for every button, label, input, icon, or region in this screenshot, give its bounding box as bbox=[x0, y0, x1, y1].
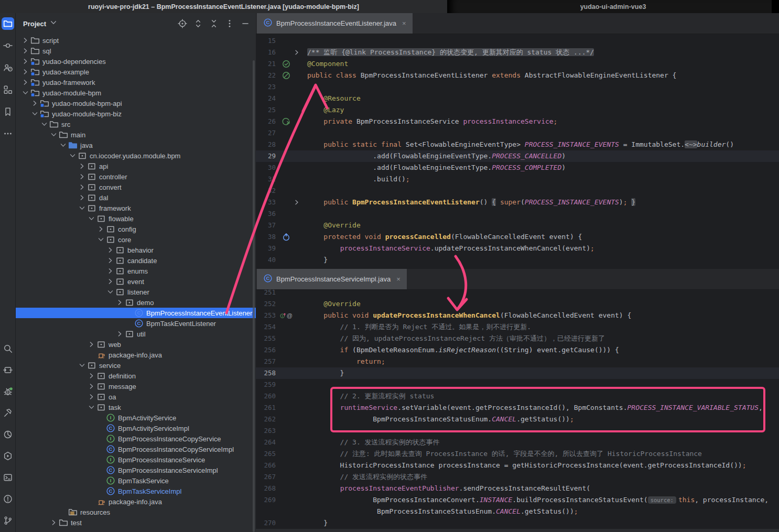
chevron-right-icon[interactable] bbox=[87, 392, 96, 401]
tree-item-bpmprocessinstancecopyserviceimpl[interactable]: CBpmProcessInstanceCopyServiceImpl bbox=[16, 444, 256, 454]
code-line-268[interactable]: 268 processInstanceEventPublisher.sendPr… bbox=[256, 483, 779, 494]
code-area[interactable]: 1516/** 监听 {@link ProcessInstance} 的状态变更… bbox=[256, 35, 779, 266]
code-line-40[interactable]: 40 } bbox=[256, 254, 779, 266]
chevron-right-icon[interactable] bbox=[78, 193, 86, 202]
profiler-icon[interactable] bbox=[2, 428, 14, 441]
code-line-39[interactable]: 39 processInstanceService.updateProcessI… bbox=[256, 243, 779, 254]
tree-item-test[interactable]: test bbox=[16, 517, 256, 528]
code-line-261[interactable]: 261 runtimeService.setVariable(event.get… bbox=[256, 402, 779, 414]
chevron-down-icon[interactable] bbox=[40, 120, 49, 129]
tree-item-bpmprocessinstanceserviceimpl[interactable]: CBpmProcessInstanceServiceImpl bbox=[16, 465, 256, 475]
fold-chevron-icon[interactable] bbox=[293, 47, 301, 58]
gutter-impl-icon[interactable]: I@ bbox=[280, 310, 293, 321]
gutter-beanref-icon[interactable] bbox=[280, 116, 293, 127]
collapse-all-icon[interactable] bbox=[209, 18, 219, 29]
chevron-down-icon[interactable] bbox=[96, 235, 105, 244]
code-line-255[interactable]: 255 // 因为, updateProcessInstanceReject 方… bbox=[256, 333, 779, 344]
tree-item-resources[interactable]: resources bbox=[16, 507, 256, 517]
chevron-right-icon[interactable] bbox=[106, 256, 115, 265]
tree-item-script[interactable]: script bbox=[16, 35, 256, 46]
chevron-right-icon[interactable] bbox=[21, 36, 30, 45]
debug-icon[interactable] bbox=[2, 385, 14, 398]
code-line-254[interactable]: 254 // 1. 判断是否为 Reject 不通过。如果是，则不进行更新. bbox=[256, 321, 779, 333]
code-line-15[interactable]: 15 bbox=[256, 35, 779, 47]
chevron-right-icon[interactable] bbox=[21, 46, 30, 56]
terminal-icon[interactable] bbox=[2, 471, 14, 484]
pull-requests-icon[interactable]: ? bbox=[2, 61, 14, 74]
tree-item-demo[interactable]: demo bbox=[16, 297, 256, 308]
tree-item-definition[interactable]: definition bbox=[16, 371, 256, 381]
tree-item-bpmtaskservice[interactable]: IBpmTaskService bbox=[16, 475, 256, 486]
code-line-269[interactable]: 269 BpmProcessInstanceConvert.INSTANCE.b… bbox=[256, 494, 779, 506]
tree-scrollbar[interactable] bbox=[253, 60, 255, 532]
tree-item-convert[interactable]: convert bbox=[16, 182, 256, 192]
chevron-right-icon[interactable] bbox=[78, 161, 86, 171]
chevron-right-icon[interactable] bbox=[21, 78, 30, 87]
tree-item-yudao-framework[interactable]: yudao-framework bbox=[16, 77, 256, 88]
code-line-33[interactable]: 33 public BpmProcessInstanceEventListene… bbox=[256, 197, 779, 208]
tree-item-enums[interactable]: enums bbox=[16, 266, 256, 276]
tree-item-package-info-java[interactable]: package-info.java bbox=[16, 350, 256, 360]
tree-item-bpmprocessinstanceeventlistener[interactable]: CBpmProcessInstanceEventListener bbox=[16, 308, 256, 318]
code-line-23[interactable]: 23 bbox=[256, 81, 779, 93]
editor-bottom[interactable]: CBpmProcessInstanceServiceImpl.java×2512… bbox=[256, 269, 779, 532]
version-control-icon[interactable] bbox=[2, 514, 14, 527]
tree-item-oa[interactable]: oa bbox=[16, 392, 256, 402]
tree-item-config[interactable]: config bbox=[16, 224, 256, 234]
search-icon[interactable] bbox=[2, 342, 14, 355]
tree-item-behavior[interactable]: behavior bbox=[16, 245, 256, 255]
code-line-259[interactable]: 259 bbox=[256, 379, 779, 390]
options-icon[interactable] bbox=[224, 18, 235, 29]
expand-all-icon[interactable] bbox=[193, 18, 203, 29]
chevron-right-icon[interactable] bbox=[30, 99, 39, 108]
code-line-30[interactable]: 30 .add(FlowableEngineEventType.PROCESS_… bbox=[256, 162, 779, 173]
code-line-36[interactable]: 36 bbox=[256, 208, 779, 220]
tree-item-bpmprocessinstancecopyservice[interactable]: IBpmProcessInstanceCopyService bbox=[16, 433, 256, 444]
chevron-down-icon[interactable] bbox=[78, 203, 86, 213]
code-line-270[interactable]: 270 } bbox=[256, 517, 779, 529]
tree-item-candidate[interactable]: candidate bbox=[16, 255, 256, 266]
code-line-29[interactable]: 29 .add(FlowableEngineEventType.PROCESS_… bbox=[256, 150, 779, 162]
chevron-right-icon[interactable] bbox=[87, 371, 96, 381]
gutter-bean-icon[interactable] bbox=[280, 70, 293, 81]
code-line-267[interactable]: 267 // 发送流程实例的状态事件 bbox=[256, 471, 779, 483]
chevron-down-icon[interactable] bbox=[59, 140, 68, 150]
chevron-right-icon[interactable] bbox=[115, 329, 124, 339]
code-line-252[interactable]: 252 @Override bbox=[256, 298, 779, 310]
tree-item-util[interactable]: util bbox=[16, 329, 256, 339]
chevron-right-icon[interactable] bbox=[96, 224, 105, 234]
chevron-right-icon[interactable] bbox=[87, 382, 96, 391]
chevron-right-icon[interactable] bbox=[78, 172, 86, 181]
chevron-right-icon[interactable] bbox=[106, 277, 115, 286]
chevron-right-icon[interactable] bbox=[78, 182, 86, 192]
code-line-24[interactable]: 24 @Resource bbox=[256, 93, 779, 104]
chevron-right-icon[interactable] bbox=[106, 245, 115, 255]
window-title-bar[interactable]: ruoyi-vue-pro-jdk21 – BpmProcessInstance… bbox=[0, 0, 447, 13]
tree-item-bpmprocessinstanceservice[interactable]: IBpmProcessInstanceService bbox=[16, 454, 256, 465]
code-line-264[interactable]: 264 // 3. 发送流程实例的状态事件 bbox=[256, 437, 779, 448]
chevron-right-icon[interactable] bbox=[21, 57, 30, 66]
code-line-25[interactable]: 25 @Lazy bbox=[256, 104, 779, 116]
code-line-257[interactable]: 257 return; bbox=[256, 356, 779, 367]
tree-item-dal[interactable]: dal bbox=[16, 192, 256, 203]
run-icon[interactable] bbox=[2, 364, 14, 376]
tree-item-cn-iocoder-yudao-module-bpm[interactable]: cn.iocoder.yudao.module.bpm bbox=[16, 150, 256, 161]
tree-item-bpmtaskserviceimpl[interactable]: CBpmTaskServiceImpl bbox=[16, 486, 256, 496]
chevron-right-icon[interactable] bbox=[87, 340, 96, 349]
tree-item-bpmactivityserviceimpl[interactable]: CBpmActivityServiceImpl bbox=[16, 423, 256, 433]
build-icon[interactable] bbox=[2, 407, 14, 419]
tree-item-yudao-module-bpm-api[interactable]: yudao-module-bpm-api bbox=[16, 98, 256, 108]
chevron-down-icon[interactable] bbox=[30, 109, 39, 118]
project-icon[interactable] bbox=[2, 17, 14, 30]
tree-item-event[interactable]: event bbox=[16, 276, 256, 287]
tree-item-sql[interactable]: sql bbox=[16, 46, 256, 56]
chevron-down-icon[interactable] bbox=[78, 361, 86, 370]
gutter-check-icon[interactable] bbox=[280, 58, 293, 70]
code-line-253[interactable]: 253I@ public void updateProcessInstanceW… bbox=[256, 310, 779, 321]
close-icon[interactable]: × bbox=[394, 275, 401, 283]
tree-item-framework[interactable]: framework bbox=[16, 203, 256, 213]
tree-item-flowable[interactable]: flowable bbox=[16, 213, 256, 224]
chevron-down-icon[interactable] bbox=[87, 403, 96, 412]
tree-item-package-info-java[interactable]: package-info.java bbox=[16, 496, 256, 507]
code-line-16[interactable]: 16/** 监听 {@link ProcessInstance} 的状态变更, … bbox=[256, 47, 779, 58]
